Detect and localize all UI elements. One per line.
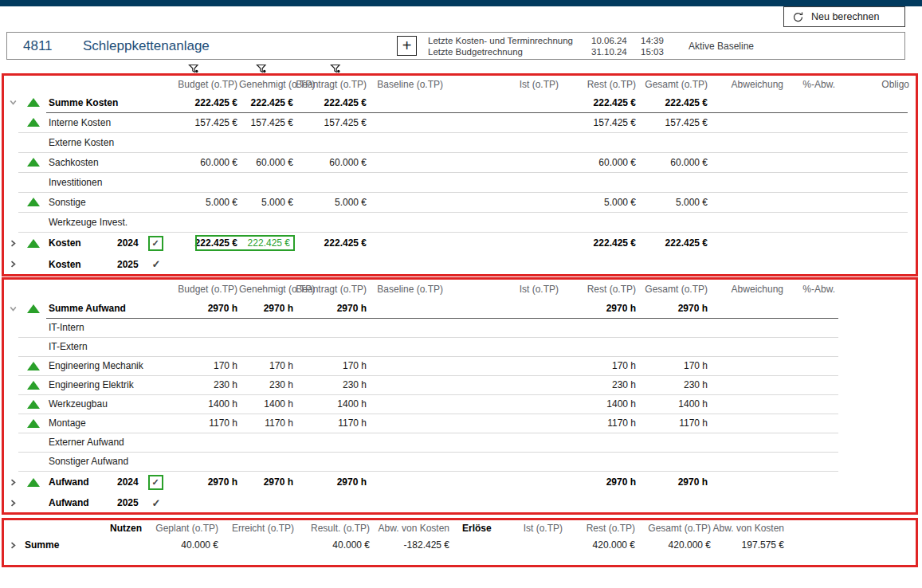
chevron-right-icon[interactable] <box>4 478 22 487</box>
year-checkbox[interactable]: ✓ <box>144 475 167 490</box>
table-row: Interne Kosten157.425 €157.425 €157.425 … <box>4 112 916 132</box>
table-row: IT-Extern <box>4 337 916 356</box>
cell-value: 222.425 € <box>638 237 709 249</box>
cell-value: 2970 h <box>239 303 295 314</box>
table-row: Sonstiger Aufwand <box>4 452 916 471</box>
checkbox-checked-icon[interactable]: ✓ <box>148 236 163 251</box>
cell-value: 230 h <box>638 379 709 390</box>
cell-value: 2970 h <box>638 303 709 314</box>
cell-value: 230 h <box>295 379 368 390</box>
cell-value: 5.000 € <box>295 197 368 208</box>
cell-value: 230 h <box>560 379 638 390</box>
check-icon[interactable]: ✓ <box>151 258 161 270</box>
table-row: Externer Aufwand <box>4 433 916 452</box>
row-label: Externer Aufwand <box>45 437 117 448</box>
chevron-right-icon[interactable] <box>4 260 22 269</box>
column-header: Abw. von Kosten <box>371 523 451 534</box>
cell-value: 170 h <box>295 360 368 371</box>
trend-up-icon <box>22 400 45 409</box>
row-label: Sonstiger Aufwand <box>45 456 117 467</box>
info-time: 15:03 <box>641 47 677 57</box>
chevron-down-icon[interactable] <box>4 304 22 313</box>
row-label: Investitionen <box>45 177 117 188</box>
column-header: Ist (o.TP) <box>445 79 560 90</box>
column-header: Result. (o.TP) <box>296 523 371 534</box>
cell-value: 170 h <box>167 360 239 371</box>
column-header: Beantragt (o.TP) <box>295 79 368 90</box>
recalculate-button[interactable]: Neu berechnen <box>783 6 905 27</box>
column-header: Obligo <box>837 79 916 90</box>
table-header-row: Budget (o.TP)Genehmigt (o.TP)Beantragt (… <box>4 280 916 299</box>
trend-up-icon <box>22 478 45 487</box>
table-row: Summe Kosten222.425 €222.425 €222.425 €2… <box>4 92 916 112</box>
cell-value: 222.425 € <box>295 237 368 249</box>
trend-up-triangle <box>27 158 40 167</box>
row-label: Engineering Mechanik <box>45 360 117 371</box>
cell-value: 2970 h <box>167 476 239 488</box>
column-header: Baseline (o.TP) <box>368 79 445 90</box>
trend-up-icon <box>22 362 45 370</box>
trend-up-icon <box>22 419 45 428</box>
column-header: Budget (o.TP) <box>167 79 239 90</box>
year-checkbox[interactable]: ✓ <box>144 236 167 251</box>
cell-value: 60.000 € <box>239 157 295 168</box>
cell-value: 2970 h <box>167 303 239 314</box>
table-row: Sachkosten60.000 €60.000 €60.000 €60.000… <box>4 152 916 172</box>
chevron-right-icon[interactable] <box>4 541 22 550</box>
cell-value: 5.000 € <box>239 197 295 208</box>
cell-value: 1400 h <box>295 398 368 410</box>
table-row: Summe40.000 €40.000 €-182.425 €420.000 €… <box>4 536 916 554</box>
cell-value: 1400 h <box>167 398 239 410</box>
info-label: Letzte Kosten- und Terminrechnung <box>428 36 591 45</box>
expand-plus-button[interactable]: + <box>397 36 417 56</box>
row-year: 2025 <box>117 259 144 270</box>
table-row: Werkzeugbau1400 h1400 h1400 h1400 h1400 … <box>4 394 916 414</box>
column-header: %-Abw. <box>785 284 837 295</box>
cell-value: 170 h <box>638 360 709 371</box>
column-header: Beantragt (o.TP) <box>295 284 368 295</box>
kosten-section: Budget (o.TP)Genehmigt (o.TP)Beantragt (… <box>2 73 918 276</box>
info-time: 14:39 <box>641 36 677 45</box>
chevron-right-icon[interactable] <box>4 239 22 248</box>
project-id: 4811 <box>23 38 53 54</box>
table-row: Kosten2024✓222.425 €222.425 €222.425 €22… <box>4 232 916 254</box>
column-header: Rest (o.TP) <box>560 284 638 295</box>
table-header-row: NutzenGeplant (o.TP)Erreicht (o.TP)Resul… <box>4 520 916 536</box>
cell-value: 222.425 € <box>560 97 638 108</box>
trend-up-triangle <box>27 304 40 313</box>
row-label: Interne Kosten <box>45 117 117 128</box>
column-header: Abweichung <box>709 79 785 90</box>
column-header: Budget (o.TP) <box>167 284 239 295</box>
cell-value: 5.000 € <box>638 197 709 208</box>
row-label: Engineering Elektrik <box>45 379 117 390</box>
year-checkbox[interactable]: ✓ <box>144 497 167 509</box>
row-label: Sachkosten <box>45 157 117 168</box>
column-header: Abw. von Kosten <box>712 523 786 534</box>
chevron-right-icon[interactable] <box>4 499 22 508</box>
cell-value: 1400 h <box>638 398 709 410</box>
table-row: Montage1170 h1170 h1170 h1170 h1170 h <box>4 414 916 433</box>
trend-up-triangle <box>27 478 40 487</box>
cell-value: 157.425 € <box>560 117 638 128</box>
project-header: 4811 Schleppkettenanlage + Letzte Kosten… <box>6 32 905 60</box>
column-header: Gesamt (o.TP) <box>638 79 709 90</box>
checkbox-checked-icon[interactable]: ✓ <box>148 475 163 490</box>
table-row: Aufwand2024✓2970 h2970 h2970 h2970 h2970… <box>4 471 916 493</box>
row-label: Montage <box>45 417 117 429</box>
column-header: Rest (o.TP) <box>560 79 638 90</box>
table-row: Sonstige5.000 €5.000 €5.000 €5.000 €5.00… <box>4 192 916 212</box>
trend-up-icon <box>22 239 45 248</box>
check-icon[interactable]: ✓ <box>151 497 161 509</box>
table-row: Externe Kosten <box>4 132 916 152</box>
cell-value: 1170 h <box>295 417 368 429</box>
table-row: Kosten2025✓ <box>4 254 916 274</box>
year-checkbox[interactable]: ✓ <box>144 258 167 270</box>
cell-value: 2970 h <box>295 476 368 488</box>
cell-value: 60.000 € <box>295 157 368 168</box>
chevron-down-icon[interactable] <box>4 98 22 107</box>
cell-value: 60.000 € <box>560 157 638 168</box>
table-row: Engineering Mechanik170 h170 h170 h170 h… <box>4 356 916 375</box>
cell-value: 1400 h <box>239 398 295 410</box>
highlighted-genehmigt-cell[interactable]: 222.425 € <box>195 235 295 251</box>
table-row: IT-Intern <box>4 318 916 337</box>
